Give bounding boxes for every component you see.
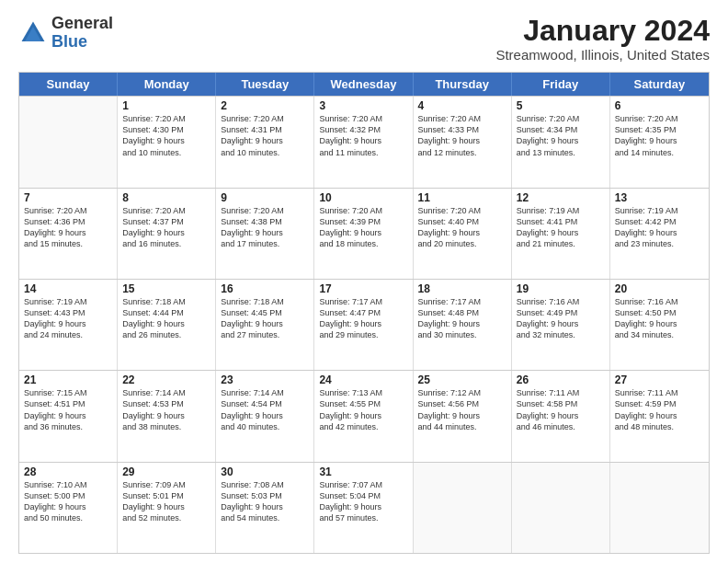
cell-info-4-1: Sunrise: 7:09 AM Sunset: 5:01 PM Dayligh… <box>122 479 210 524</box>
cell-info-2-2: Sunrise: 7:18 AM Sunset: 4:45 PM Dayligh… <box>221 296 309 341</box>
cal-row-4: 28Sunrise: 7:10 AM Sunset: 5:00 PM Dayli… <box>19 462 709 553</box>
cell-info-0-1: Sunrise: 7:20 AM Sunset: 4:30 PM Dayligh… <box>122 113 210 158</box>
cell-info-2-4: Sunrise: 7:17 AM Sunset: 4:48 PM Dayligh… <box>418 296 506 341</box>
cal-cell-4-2: 30Sunrise: 7:08 AM Sunset: 5:03 PM Dayli… <box>216 463 314 553</box>
cell-day-1-5: 12 <box>517 191 605 204</box>
cell-day-3-0: 21 <box>24 373 112 386</box>
cal-cell-3-1: 22Sunrise: 7:14 AM Sunset: 4:53 PM Dayli… <box>118 371 216 461</box>
cal-cell-3-5: 26Sunrise: 7:11 AM Sunset: 4:58 PM Dayli… <box>512 371 610 461</box>
cell-day-3-3: 24 <box>319 373 407 386</box>
cal-cell-0-2: 2Sunrise: 7:20 AM Sunset: 4:31 PM Daylig… <box>216 97 314 187</box>
cal-cell-2-3: 17Sunrise: 7:17 AM Sunset: 4:47 PM Dayli… <box>314 280 413 370</box>
cell-info-3-0: Sunrise: 7:15 AM Sunset: 4:51 PM Dayligh… <box>24 387 112 432</box>
cell-day-1-3: 10 <box>319 191 407 204</box>
cal-cell-4-3: 31Sunrise: 7:07 AM Sunset: 5:04 PM Dayli… <box>314 463 413 553</box>
cell-info-3-5: Sunrise: 7:11 AM Sunset: 4:58 PM Dayligh… <box>517 387 605 432</box>
cal-cell-1-1: 8Sunrise: 7:20 AM Sunset: 4:37 PM Daylig… <box>118 189 216 279</box>
title-location: Streamwood, Illinois, United States <box>495 47 710 63</box>
cell-info-2-5: Sunrise: 7:16 AM Sunset: 4:49 PM Dayligh… <box>517 296 605 341</box>
header-tuesday: Tuesday <box>216 73 314 96</box>
cell-info-0-2: Sunrise: 7:20 AM Sunset: 4:31 PM Dayligh… <box>221 113 309 158</box>
cal-cell-2-0: 14Sunrise: 7:19 AM Sunset: 4:43 PM Dayli… <box>19 280 118 370</box>
cell-day-0-2: 2 <box>221 99 309 112</box>
cell-day-2-3: 17 <box>319 282 407 295</box>
logo-general-text: General <box>51 15 113 33</box>
cal-row-2: 14Sunrise: 7:19 AM Sunset: 4:43 PM Dayli… <box>19 279 709 370</box>
cell-info-4-2: Sunrise: 7:08 AM Sunset: 5:03 PM Dayligh… <box>221 479 309 524</box>
cell-day-3-6: 27 <box>615 373 704 386</box>
cell-info-2-0: Sunrise: 7:19 AM Sunset: 4:43 PM Dayligh… <box>24 296 112 341</box>
cal-cell-0-1: 1Sunrise: 7:20 AM Sunset: 4:30 PM Daylig… <box>118 97 216 187</box>
cell-info-3-3: Sunrise: 7:13 AM Sunset: 4:55 PM Dayligh… <box>319 387 407 432</box>
cal-row-0: 1Sunrise: 7:20 AM Sunset: 4:30 PM Daylig… <box>19 96 709 187</box>
cal-cell-3-0: 21Sunrise: 7:15 AM Sunset: 4:51 PM Dayli… <box>19 371 118 461</box>
cell-info-0-4: Sunrise: 7:20 AM Sunset: 4:33 PM Dayligh… <box>418 113 506 158</box>
cell-day-1-0: 7 <box>24 191 112 204</box>
calendar-header: Sunday Monday Tuesday Wednesday Thursday… <box>19 73 709 96</box>
cal-cell-3-2: 23Sunrise: 7:14 AM Sunset: 4:54 PM Dayli… <box>216 371 314 461</box>
cal-cell-1-2: 9Sunrise: 7:20 AM Sunset: 4:38 PM Daylig… <box>216 189 314 279</box>
cell-info-1-6: Sunrise: 7:19 AM Sunset: 4:42 PM Dayligh… <box>615 205 704 250</box>
cal-cell-3-4: 25Sunrise: 7:12 AM Sunset: 4:56 PM Dayli… <box>414 371 512 461</box>
cal-cell-4-0: 28Sunrise: 7:10 AM Sunset: 5:00 PM Dayli… <box>19 463 118 553</box>
cell-info-3-6: Sunrise: 7:11 AM Sunset: 4:59 PM Dayligh… <box>615 387 704 432</box>
cell-info-2-6: Sunrise: 7:16 AM Sunset: 4:50 PM Dayligh… <box>615 296 704 341</box>
cal-cell-3-3: 24Sunrise: 7:13 AM Sunset: 4:55 PM Dayli… <box>314 371 413 461</box>
cell-day-1-4: 11 <box>418 191 506 204</box>
cal-cell-4-4 <box>414 463 512 553</box>
calendar-body: 1Sunrise: 7:20 AM Sunset: 4:30 PM Daylig… <box>19 96 709 553</box>
cell-day-2-5: 19 <box>517 282 605 295</box>
cell-day-1-6: 13 <box>615 191 704 204</box>
cell-info-4-0: Sunrise: 7:10 AM Sunset: 5:00 PM Dayligh… <box>24 479 112 524</box>
header-wednesday: Wednesday <box>314 73 413 96</box>
cal-cell-2-4: 18Sunrise: 7:17 AM Sunset: 4:48 PM Dayli… <box>414 280 512 370</box>
cal-cell-2-5: 19Sunrise: 7:16 AM Sunset: 4:49 PM Dayli… <box>512 280 610 370</box>
cal-cell-4-1: 29Sunrise: 7:09 AM Sunset: 5:01 PM Dayli… <box>118 463 216 553</box>
cell-day-4-0: 28 <box>24 465 112 478</box>
cell-info-1-5: Sunrise: 7:19 AM Sunset: 4:41 PM Dayligh… <box>517 205 605 250</box>
cal-cell-2-6: 20Sunrise: 7:16 AM Sunset: 4:50 PM Dayli… <box>610 280 709 370</box>
cell-info-3-2: Sunrise: 7:14 AM Sunset: 4:54 PM Dayligh… <box>221 387 309 432</box>
cell-info-1-2: Sunrise: 7:20 AM Sunset: 4:38 PM Dayligh… <box>221 205 309 250</box>
logo: General Blue <box>18 15 113 52</box>
cell-day-2-2: 16 <box>221 282 309 295</box>
cell-info-2-1: Sunrise: 7:18 AM Sunset: 4:44 PM Dayligh… <box>122 296 210 341</box>
cell-day-2-6: 20 <box>615 282 704 295</box>
cell-day-0-5: 5 <box>517 99 605 112</box>
cell-day-4-1: 29 <box>122 465 210 478</box>
cal-cell-1-4: 11Sunrise: 7:20 AM Sunset: 4:40 PM Dayli… <box>414 189 512 279</box>
cell-day-3-4: 25 <box>418 373 506 386</box>
cal-cell-0-4: 4Sunrise: 7:20 AM Sunset: 4:33 PM Daylig… <box>414 97 512 187</box>
cell-info-3-4: Sunrise: 7:12 AM Sunset: 4:56 PM Dayligh… <box>418 387 506 432</box>
header: General Blue January 2024 Streamwood, Il… <box>18 15 710 63</box>
cal-cell-0-0 <box>19 97 118 187</box>
cal-row-3: 21Sunrise: 7:15 AM Sunset: 4:51 PM Dayli… <box>19 370 709 461</box>
cal-cell-0-3: 3Sunrise: 7:20 AM Sunset: 4:32 PM Daylig… <box>314 97 413 187</box>
cell-info-1-4: Sunrise: 7:20 AM Sunset: 4:40 PM Dayligh… <box>418 205 506 250</box>
cal-cell-0-6: 6Sunrise: 7:20 AM Sunset: 4:35 PM Daylig… <box>610 97 709 187</box>
page: General Blue January 2024 Streamwood, Il… <box>0 0 728 563</box>
cell-day-1-2: 9 <box>221 191 309 204</box>
cell-info-0-6: Sunrise: 7:20 AM Sunset: 4:35 PM Dayligh… <box>615 113 704 158</box>
cell-info-0-5: Sunrise: 7:20 AM Sunset: 4:34 PM Dayligh… <box>517 113 605 158</box>
cal-cell-1-6: 13Sunrise: 7:19 AM Sunset: 4:42 PM Dayli… <box>610 189 709 279</box>
cal-cell-4-5 <box>512 463 610 553</box>
cal-row-1: 7Sunrise: 7:20 AM Sunset: 4:36 PM Daylig… <box>19 188 709 279</box>
logo-blue-text: Blue <box>51 33 113 52</box>
calendar: Sunday Monday Tuesday Wednesday Thursday… <box>18 72 710 554</box>
cell-day-0-6: 6 <box>615 99 704 112</box>
cell-day-4-2: 30 <box>221 465 309 478</box>
header-sunday: Sunday <box>19 73 118 96</box>
cal-cell-2-2: 16Sunrise: 7:18 AM Sunset: 4:45 PM Dayli… <box>216 280 314 370</box>
cal-cell-1-3: 10Sunrise: 7:20 AM Sunset: 4:39 PM Dayli… <box>314 189 413 279</box>
cal-cell-1-0: 7Sunrise: 7:20 AM Sunset: 4:36 PM Daylig… <box>19 189 118 279</box>
cell-day-0-3: 3 <box>319 99 407 112</box>
cell-info-3-1: Sunrise: 7:14 AM Sunset: 4:53 PM Dayligh… <box>122 387 210 432</box>
header-thursday: Thursday <box>414 73 512 96</box>
cell-day-0-1: 1 <box>122 99 210 112</box>
cell-day-2-4: 18 <box>418 282 506 295</box>
cal-cell-3-6: 27Sunrise: 7:11 AM Sunset: 4:59 PM Dayli… <box>610 371 709 461</box>
cell-day-2-0: 14 <box>24 282 112 295</box>
cell-day-4-3: 31 <box>319 465 407 478</box>
cell-info-4-3: Sunrise: 7:07 AM Sunset: 5:04 PM Dayligh… <box>319 479 407 524</box>
